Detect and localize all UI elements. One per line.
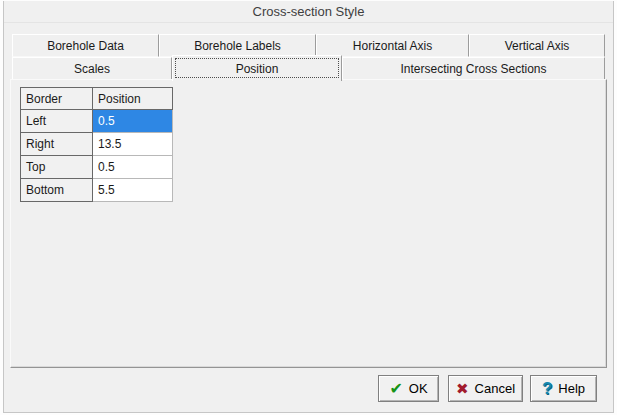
grid-row-left: Left 0.5 [21,110,173,133]
grid-row-top: Top 0.5 [21,156,173,179]
tab-scales[interactable]: Scales [12,57,172,80]
grid-header-row: Border Position [21,88,173,110]
border-position-grid: Border Position Left 0.5 Right 13.5 Top … [20,87,173,202]
dialog-title: Cross-section Style [253,4,365,19]
grid-cell-top-position[interactable]: 0.5 [93,156,173,179]
grid-header-position: Position [93,88,173,110]
tab-vertical-axis[interactable]: Vertical Axis [469,34,605,57]
tab-horizontal-axis[interactable]: Horizontal Axis [316,34,469,57]
tab-label: Position [236,62,279,76]
tab-label: Intersecting Cross Sections [400,62,546,76]
check-icon: ✔ [389,381,402,397]
question-icon: ? [542,380,552,397]
cross-icon: ✖ [456,381,469,396]
cancel-button-label: Cancel [475,381,515,396]
grid-row-label: Right [21,133,93,156]
cancel-button[interactable]: ✖ Cancel [448,375,523,402]
ok-button-label: OK [409,381,428,396]
grid-cell-right-position[interactable]: 13.5 [93,133,173,156]
grid-row-label: Top [21,156,93,179]
tab-label: Scales [74,62,110,76]
grid-row-bottom: Bottom 5.5 [21,179,173,202]
tab-label: Borehole Data [47,39,124,53]
grid-row-label: Bottom [21,179,93,202]
grid-row-label: Left [21,110,93,133]
tab-label: Horizontal Axis [353,39,432,53]
tab-label: Vertical Axis [505,39,570,53]
grid-cell-bottom-position[interactable]: 5.5 [93,179,173,202]
title-bar: Cross-section Style [4,1,613,23]
tab-borehole-labels[interactable]: Borehole Labels [159,34,316,57]
screenshot-root: Cross-section Style Borehole Data Boreho… [0,0,617,415]
grid-cell-left-position[interactable]: 0.5 [93,110,173,133]
tab-intersecting-cross-sections[interactable]: Intersecting Cross Sections [342,57,605,80]
tab-position[interactable]: Position [172,55,342,81]
ok-button[interactable]: ✔ OK [378,375,439,402]
grid-header-border: Border [21,88,93,110]
grid-row-right: Right 13.5 [21,133,173,156]
tab-label: Borehole Labels [194,39,281,53]
tab-borehole-data[interactable]: Borehole Data [12,34,159,57]
help-button-label: Help [558,381,585,396]
help-button[interactable]: ? Help [530,375,597,402]
